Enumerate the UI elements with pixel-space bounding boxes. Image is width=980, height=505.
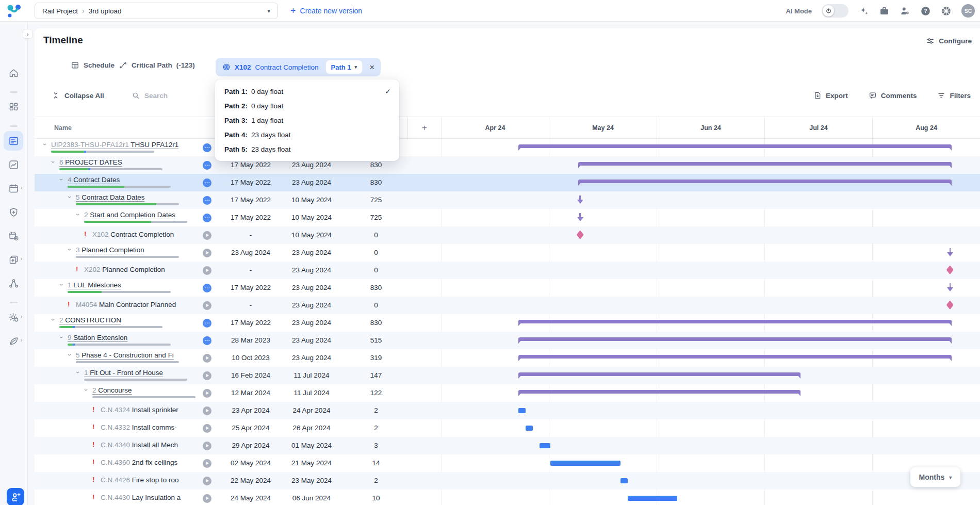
gantt-summary-bar[interactable] <box>578 180 952 183</box>
gantt-summary-bar[interactable] <box>518 320 952 323</box>
table-row[interactable]: !C.N.4360 2nd fix ceilings02 May 202421 … <box>35 454 980 472</box>
invite-user-button[interactable] <box>7 488 24 505</box>
gantt-summary-bar[interactable] <box>518 144 952 148</box>
timescale-selector[interactable]: Months ▾ <box>910 467 960 487</box>
table-row[interactable]: ›UIP2383-THSU-PFA12r1 THSU PFA12r1 <box>35 139 980 156</box>
user-settings-icon[interactable] <box>900 6 910 17</box>
table-row[interactable]: ›2 Concourse12 Mar 202411 Jul 2024122 <box>35 384 980 402</box>
table-row[interactable]: ›4 Contract Dates17 May 202223 Aug 20248… <box>35 174 980 191</box>
table-row[interactable]: !X102 Contract Completion-10 May 20240 <box>35 226 980 244</box>
sidebar-expand-button[interactable]: › <box>23 29 32 39</box>
row-collapse-chevron[interactable]: › <box>66 249 73 255</box>
row-collapse-chevron[interactable]: › <box>50 161 57 167</box>
gantt-milestone-arrow[interactable] <box>946 248 953 257</box>
gantt-task-bar[interactable] <box>550 461 621 466</box>
sidebar-item-home[interactable] <box>4 63 23 83</box>
sidebar-item-timeline[interactable] <box>4 131 23 151</box>
table-row[interactable]: !C.N.4430 Lay Insulation a24 May 202406 … <box>35 490 980 505</box>
table-row[interactable]: !C.N.4426 Fire stop to roo22 May 202423 … <box>35 472 980 490</box>
table-row[interactable]: !C.N.4324 Install sprinkler23 Apr 202424… <box>35 402 980 419</box>
drill-in-icon[interactable] <box>203 477 211 485</box>
filters-button[interactable]: Filters <box>937 91 971 100</box>
row-collapse-chevron[interactable]: › <box>83 389 90 395</box>
comments-indicator-icon[interactable] <box>203 143 211 152</box>
gantt-task-bar[interactable] <box>620 478 628 483</box>
drill-in-icon[interactable] <box>203 354 211 363</box>
path-option[interactable]: Path 1:0 day float✓ <box>215 84 399 99</box>
gantt-milestone-arrow[interactable] <box>577 213 583 222</box>
close-icon[interactable]: × <box>369 63 374 72</box>
row-collapse-chevron[interactable]: › <box>50 319 57 325</box>
drill-in-icon[interactable] <box>203 266 211 275</box>
path-option[interactable]: Path 3:1 day float <box>215 113 399 127</box>
comments-indicator-icon[interactable] <box>203 161 211 170</box>
row-collapse-chevron[interactable]: › <box>58 336 65 343</box>
table-row[interactable]: ›5 Contract Data Dates17 May 202210 May … <box>35 191 980 209</box>
chevron-right-icon[interactable]: › <box>21 256 22 262</box>
row-collapse-chevron[interactable]: › <box>66 196 73 202</box>
table-row[interactable]: ›2 CONSTRUCTION17 May 202223 Aug 2024830 <box>35 314 980 332</box>
drill-in-icon[interactable] <box>203 442 211 450</box>
drill-in-icon[interactable] <box>203 301 211 310</box>
drill-in-icon[interactable] <box>203 424 211 433</box>
comments-indicator-icon[interactable] <box>203 214 211 222</box>
search-input[interactable] <box>144 92 211 100</box>
sidebar-item-network[interactable] <box>4 273 23 293</box>
help-icon[interactable]: ? <box>920 6 931 17</box>
chevron-right-icon[interactable]: › <box>21 185 22 190</box>
table-row[interactable]: !C.N.4332 Install comms-25 Apr 202426 Ap… <box>35 419 980 437</box>
sidebar-item-analytics[interactable] <box>4 155 23 174</box>
drill-in-icon[interactable] <box>203 406 211 415</box>
row-collapse-chevron[interactable]: › <box>58 284 65 290</box>
gantt-milestone-arrow[interactable] <box>946 283 953 292</box>
user-avatar[interactable]: SC <box>961 4 975 18</box>
globe-icon[interactable] <box>941 6 952 17</box>
gantt-summary-bar[interactable] <box>578 162 952 166</box>
table-row[interactable]: ›1 LUL Milestones17 May 202223 Aug 20248… <box>35 279 980 297</box>
sidebar-item-dashboard[interactable] <box>4 97 23 117</box>
path-option[interactable]: Path 5:23 days float <box>215 142 399 156</box>
gantt-summary-bar[interactable] <box>518 390 800 394</box>
drill-in-icon[interactable] <box>203 371 211 380</box>
driving-path-chip[interactable]: X102 Contract Completion Path 1 ▾ × <box>216 58 381 76</box>
row-collapse-chevron[interactable]: › <box>41 143 48 150</box>
gantt-milestone-diamond[interactable] <box>946 265 953 274</box>
table-row[interactable]: ›3 Planned Completion23 Aug 202423 Aug 2… <box>35 244 980 262</box>
gantt-summary-bar[interactable] <box>518 355 952 359</box>
drill-in-icon[interactable] <box>203 389 211 398</box>
path-option[interactable]: Path 4:23 days float <box>215 127 399 142</box>
table-row[interactable]: ›1 Fit Out - Front of House16 Feb 202411… <box>35 367 980 384</box>
sidebar-item-shield-plus[interactable] <box>4 202 23 222</box>
ai-mode-toggle[interactable] <box>822 4 848 18</box>
drill-in-icon[interactable] <box>203 494 211 503</box>
comments-button[interactable]: Comments <box>869 91 917 100</box>
comments-indicator-icon[interactable] <box>203 284 211 292</box>
table-row[interactable]: !X202 Planned Completion-23 Aug 20240 <box>35 262 980 279</box>
gantt-task-bar[interactable] <box>526 426 533 431</box>
comments-indicator-icon[interactable] <box>203 319 211 328</box>
path-selector-button[interactable]: Path 1 ▾ <box>326 60 363 74</box>
drill-in-icon[interactable] <box>203 459 211 468</box>
gantt-milestone-arrow[interactable] <box>577 196 583 205</box>
row-collapse-chevron[interactable]: › <box>74 214 81 220</box>
row-collapse-chevron[interactable]: › <box>74 371 81 378</box>
comments-indicator-icon[interactable] <box>203 196 211 205</box>
create-new-version-button[interactable]: + Create new version <box>290 0 362 22</box>
table-row[interactable]: ›5 Phase 4 - Construction and Fi10 Oct 2… <box>35 349 980 367</box>
table-row[interactable]: ›6 PROJECT DATES17 May 202223 Aug 202483… <box>35 156 980 174</box>
table-row[interactable]: ›9 Station Extension28 Mar 202323 Aug 20… <box>35 332 980 349</box>
gantt-task-bar[interactable] <box>628 496 677 501</box>
collapse-all-button[interactable]: Collapse All <box>52 89 104 102</box>
drill-in-icon[interactable] <box>203 249 211 257</box>
comments-indicator-icon[interactable] <box>203 178 211 187</box>
comments-indicator-icon[interactable] <box>203 336 211 345</box>
chevron-right-icon[interactable]: › <box>21 337 22 343</box>
project-version-selector[interactable]: Rail Project › 3rd upload ▾ <box>35 3 278 19</box>
tab-critical-path[interactable]: Critical Path (-123) <box>119 61 195 70</box>
gantt-milestone-diamond[interactable] <box>946 300 953 309</box>
drill-in-icon[interactable] <box>203 231 211 240</box>
row-collapse-chevron[interactable]: › <box>58 178 65 185</box>
path-option[interactable]: Path 2:0 day float <box>215 99 399 113</box>
gantt-task-bar[interactable] <box>518 408 526 413</box>
export-button[interactable]: Export <box>813 91 848 100</box>
